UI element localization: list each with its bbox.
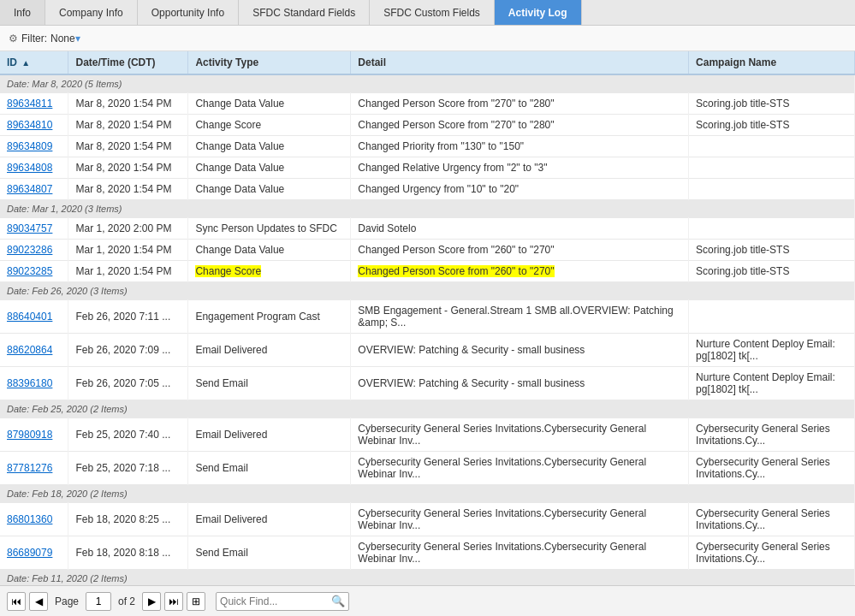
cell-activity-type: Change Score (188, 115, 351, 136)
page-number-input[interactable] (86, 592, 111, 611)
cell-detail: SMB Engagement - General.Stream 1 SMB al… (351, 300, 689, 334)
id-link[interactable]: 89634807 (7, 183, 52, 195)
settings-button[interactable]: ⊞ (187, 592, 205, 611)
cell-activity-type: Sync Person Updates to SFDC (188, 218, 351, 240)
cell-detail: David Sotelo (351, 218, 689, 240)
col-datetime[interactable]: Date/Time (CDT) (68, 51, 188, 74)
cell-activity-type: Change Data Value (188, 93, 351, 115)
group-header-label: Date: Feb 26, 2020 (3 Items) (0, 282, 855, 300)
cell-campaign: Scoring.job title-STS (689, 93, 855, 115)
last-page-button[interactable]: ⏭ (164, 592, 183, 611)
id-link[interactable]: 88396180 (7, 377, 52, 389)
tab-sfdc-custom[interactable]: SFDC Custom Fields (370, 0, 495, 25)
table-row: 88640401Feb 26, 2020 7:11 ...Engagement … (0, 300, 855, 334)
table-row: 86801360Feb 18, 2020 8:25 ...Email Deliv… (0, 503, 855, 536)
cell-id: 86689079 (0, 536, 68, 570)
group-header-label: Date: Feb 18, 2020 (2 Items) (0, 485, 855, 503)
quick-find-box: 🔍 (216, 592, 349, 611)
cell-activity-type: Email Delivered (188, 418, 351, 452)
cell-campaign: Scoring.job title-STS (689, 261, 855, 282)
id-link[interactable]: 87781276 (7, 462, 52, 474)
cell-detail: Changed Relative Urgency from "2" to "3" (351, 157, 689, 179)
table-row: 89634811Mar 8, 2020 1:54 PMChange Data V… (0, 93, 855, 115)
cell-activity-type: Change Data Value (188, 240, 351, 261)
id-link[interactable]: 89034757 (7, 222, 52, 234)
cell-id: 89634811 (0, 93, 68, 115)
col-id[interactable]: ID ▲ (0, 51, 68, 74)
tab-sfdc-standard[interactable]: SFDC Standard Fields (239, 0, 370, 25)
cell-detail: Changed Priority from "130" to "150" (351, 136, 689, 157)
table-row: 86689079Feb 18, 2020 8:18 ...Send EmailC… (0, 536, 855, 570)
id-link[interactable]: 86689079 (7, 547, 52, 559)
cell-datetime: Mar 1, 2020 2:00 PM (68, 218, 188, 240)
cell-id: 88396180 (0, 367, 68, 400)
cell-datetime: Mar 1, 2020 1:54 PM (68, 240, 188, 261)
cell-id: 89634807 (0, 179, 68, 200)
prev-page-button[interactable]: ◀ (29, 592, 48, 611)
cell-campaign: Cybersecurity General Series Invitations… (689, 452, 855, 485)
cell-detail: Cybersecurity General Series Invitations… (351, 452, 689, 485)
quick-find-input[interactable] (220, 595, 331, 607)
cell-id: 87781276 (0, 452, 68, 485)
cell-detail: OVERVIEW: Patching & Security - small bu… (351, 367, 689, 400)
cell-campaign (689, 300, 855, 334)
cell-id: 89034757 (0, 218, 68, 240)
cell-activity-type: Send Email (188, 367, 351, 400)
cell-detail: Changed Person Score from "270" to "280" (351, 115, 689, 136)
cell-datetime: Mar 8, 2020 1:54 PM (68, 136, 188, 157)
group-header-row: Date: Mar 8, 2020 (5 Items) (0, 74, 855, 93)
tab-opportunity-info[interactable]: Opportunity Info (138, 0, 239, 25)
id-link[interactable]: 89634810 (7, 119, 52, 131)
cell-id: 89023285 (0, 261, 68, 282)
cell-datetime: Mar 8, 2020 1:54 PM (68, 93, 188, 115)
quick-find-search-button[interactable]: 🔍 (331, 595, 345, 607)
cell-datetime: Feb 26, 2020 7:05 ... (68, 367, 188, 400)
tab-company-info[interactable]: Company Info (45, 0, 138, 25)
group-header-label: Date: Mar 1, 2020 (3 Items) (0, 200, 855, 218)
col-detail[interactable]: Detail (351, 51, 689, 74)
cell-campaign: Scoring.job title-STS (689, 240, 855, 261)
cell-detail: Cybersecurity General Series Invitations… (351, 503, 689, 536)
id-link[interactable]: 88640401 (7, 311, 52, 323)
id-link[interactable]: 89023286 (7, 244, 52, 256)
col-activity-type[interactable]: Activity Type (188, 51, 351, 74)
page-label: Page (55, 595, 79, 607)
cell-datetime: Feb 26, 2020 7:11 ... (68, 300, 188, 334)
group-header-label: Date: Feb 11, 2020 (2 Items) (0, 570, 855, 586)
first-page-button[interactable]: ⏮ (7, 592, 26, 611)
next-page-button[interactable]: ▶ (142, 592, 161, 611)
tab-activity-log[interactable]: Activity Log (495, 0, 582, 25)
table-row: 89034757Mar 1, 2020 2:00 PMSync Person U… (0, 218, 855, 240)
id-link[interactable]: 89023285 (7, 265, 52, 277)
cell-activity-type: Email Delivered (188, 503, 351, 536)
group-header-row: Date: Feb 11, 2020 (2 Items) (0, 570, 855, 586)
cell-id: 89634809 (0, 136, 68, 157)
cell-campaign: Cybersecurity General Series Invitations… (689, 503, 855, 536)
group-header-row: Date: Feb 25, 2020 (2 Items) (0, 400, 855, 418)
cell-datetime: Mar 1, 2020 1:54 PM (68, 261, 188, 282)
filter-icon: ⚙ (9, 33, 18, 44)
cell-datetime: Mar 8, 2020 1:54 PM (68, 115, 188, 136)
tab-info[interactable]: Info (0, 0, 45, 25)
id-link[interactable]: 89634808 (7, 162, 52, 174)
id-link[interactable]: 88620864 (7, 344, 52, 356)
col-campaign[interactable]: Campaign Name (689, 51, 855, 74)
filter-bar: ⚙ Filter: None ▾ (0, 26, 855, 51)
cell-campaign (689, 179, 855, 200)
cell-campaign: Scoring.job title-STS (689, 115, 855, 136)
table-row: 89634807Mar 8, 2020 1:54 PMChange Data V… (0, 179, 855, 200)
group-header-row: Date: Feb 18, 2020 (2 Items) (0, 485, 855, 503)
cell-id: 87980918 (0, 418, 68, 452)
cell-activity-type: Change Score (188, 261, 351, 282)
cell-activity-type: Change Data Value (188, 136, 351, 157)
page-of-label: of 2 (118, 595, 135, 607)
id-link[interactable]: 86801360 (7, 513, 52, 525)
activity-type-highlight: Change Score (195, 265, 261, 277)
id-link[interactable]: 87980918 (7, 429, 52, 441)
table-row: 88620864Feb 26, 2020 7:09 ...Email Deliv… (0, 334, 855, 367)
detail-highlight: Changed Person Score from "260" to "270" (358, 265, 554, 277)
id-link[interactable]: 89634811 (7, 98, 52, 110)
id-link[interactable]: 89634809 (7, 140, 52, 152)
filter-dropdown-icon[interactable]: ▾ (75, 33, 80, 44)
cell-datetime: Feb 18, 2020 8:18 ... (68, 536, 188, 570)
